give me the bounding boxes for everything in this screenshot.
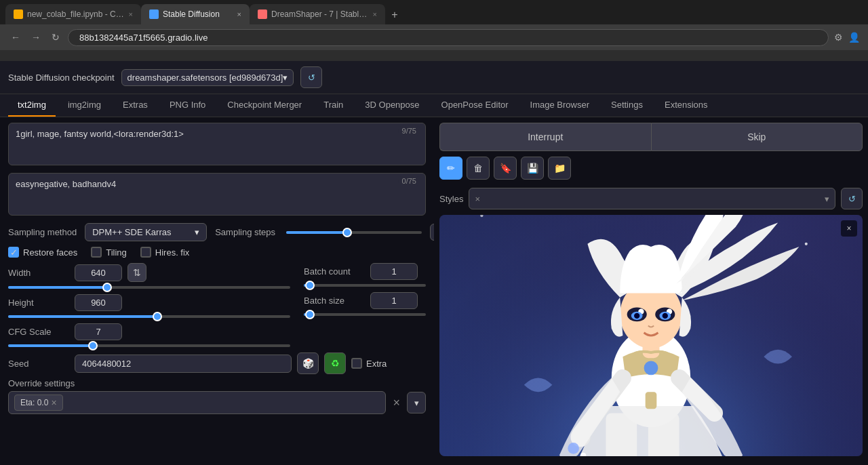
browser-tab-2[interactable]: Stable Diffusion × — [141, 4, 250, 24]
override-tag-remove-button[interactable]: × — [51, 397, 56, 408]
width-input[interactable] — [75, 264, 122, 281]
hires-fix-checkbox[interactable]: Hires. fix — [140, 247, 190, 258]
override-eta-tag: Eta: 0.0 × — [14, 395, 63, 411]
address-bar[interactable]: 88b1382445a71f5665.gradio.live — [68, 29, 829, 46]
svg-point-26 — [568, 443, 579, 454]
styles-clear-icon[interactable]: × — [475, 194, 480, 204]
extensions-icon[interactable]: ⚙ — [834, 32, 843, 43]
address-text: 88b1382445a71f5665.gradio.live — [79, 33, 208, 43]
nav-forward-button[interactable]: → — [28, 29, 43, 45]
nav-back-button[interactable]: ← — [8, 29, 23, 45]
browser-actions: ⚙ 👤 — [834, 32, 860, 43]
tab-txt2img[interactable]: txt2img — [8, 94, 56, 117]
folder-icon: 📁 — [554, 163, 566, 174]
tab-train[interactable]: Train — [314, 94, 353, 117]
nav-reload-button[interactable]: ↻ — [49, 29, 62, 45]
sampling-method-chevron: ▾ — [195, 227, 199, 237]
folder-tool-button[interactable]: 📁 — [548, 157, 571, 180]
bookmark-tool-button[interactable]: 🔖 — [494, 157, 517, 180]
override-input-box[interactable]: Eta: 0.0 × — [8, 391, 386, 414]
positive-prompt-counter: 9/75 — [398, 125, 420, 136]
interrupt-button[interactable]: Interrupt — [439, 123, 651, 151]
generate-buttons: Interrupt Skip — [439, 123, 863, 151]
browser-tab-3[interactable]: DreamShaper - 7 | Stable Diffusio... × — [250, 4, 385, 24]
skip-button[interactable]: Skip — [651, 123, 863, 151]
tab1-close[interactable]: × — [129, 10, 133, 18]
tab-extensions[interactable]: Extensions — [655, 94, 717, 117]
tiling-checkbox-box — [91, 247, 102, 258]
recycle-icon: ♻ — [331, 358, 340, 369]
trash-tool-button[interactable]: 🗑 — [467, 157, 490, 180]
sampling-controls-row: Sampling method DPM++ SDE Karras ▾ Sampl… — [8, 223, 426, 241]
batch-count-input[interactable] — [370, 263, 418, 280]
nav-tabs: txt2img img2img Extras PNG Info Checkpoi… — [0, 94, 868, 117]
sampling-steps-slider[interactable] — [286, 231, 422, 234]
checkpoint-label: Stable Diffusion checkpoint — [8, 73, 115, 83]
batch-count-slider[interactable] — [304, 284, 426, 287]
tab1-label: new_colab_file.ipynb - Colabora... — [27, 9, 125, 19]
seed-dice-button[interactable]: 🎲 — [297, 352, 319, 374]
cfg-scale-input[interactable] — [75, 323, 122, 340]
cfg-slider[interactable] — [8, 344, 290, 347]
batch-size-label: Batch size — [304, 296, 365, 306]
sampling-method-select[interactable]: DPM++ SDE Karras ▾ — [85, 223, 207, 241]
image-close-button[interactable]: × — [841, 220, 857, 237]
svg-point-24 — [663, 313, 668, 319]
height-input[interactable] — [75, 294, 122, 311]
trash-icon: 🗑 — [473, 163, 483, 174]
checkpoint-refresh-button[interactable]: ↺ — [300, 66, 322, 88]
styles-refresh-button[interactable]: ↺ — [841, 188, 863, 209]
tab-checkpoint-merger[interactable]: Checkpoint Merger — [218, 94, 311, 117]
seed-input[interactable] — [75, 355, 292, 373]
width-label: Width — [8, 268, 69, 278]
chevron-down-icon: ▾ — [414, 398, 419, 408]
svg-rect-25 — [646, 392, 657, 409]
width-slider[interactable] — [8, 286, 290, 289]
restore-faces-label: Restore faces — [23, 247, 77, 258]
override-dropdown-button[interactable]: ▾ — [407, 392, 426, 413]
checkpoint-dropdown[interactable]: dreamshaper.safetensors [ed989d673d] ▾ — [121, 69, 294, 86]
override-label: Override settings — [8, 378, 426, 388]
restore-faces-checkbox[interactable]: ✓ Restore faces — [8, 247, 77, 258]
edit-tool-button[interactable]: ✏ — [439, 157, 462, 180]
batch-size-row: Batch size — [304, 292, 426, 309]
tab-settings[interactable]: Settings — [601, 94, 652, 117]
batch-size-slider[interactable] — [304, 313, 426, 316]
params-right: Batch count Batch size — [304, 263, 426, 352]
tab-extras[interactable]: Extras — [113, 94, 157, 117]
save-icon: 💾 — [527, 163, 538, 174]
swap-dimensions-button[interactable]: ⇅ — [127, 263, 146, 282]
tab-img2img[interactable]: img2img — [58, 94, 111, 117]
bookmark-icon: 🔖 — [500, 163, 511, 174]
tab-image-browser[interactable]: Image Browser — [521, 94, 599, 117]
override-clear-button[interactable]: × — [389, 396, 404, 410]
override-eta-value: Eta: 0.0 — [20, 398, 48, 407]
sampling-steps-container: 34 — [283, 224, 434, 241]
tab2-close[interactable]: × — [237, 10, 241, 18]
tab-openpose-editor[interactable]: OpenPose Editor — [432, 94, 518, 117]
batch-size-input[interactable] — [370, 292, 418, 309]
positive-prompt-input[interactable] — [8, 123, 426, 165]
extra-label-text: Extra — [366, 359, 387, 369]
tiling-checkbox[interactable]: Tiling — [91, 247, 127, 258]
new-tab-button[interactable]: + — [385, 5, 404, 24]
browser-chrome: new_colab_file.ipynb - Colabora... × Sta… — [0, 0, 868, 61]
batch-count-label: Batch count — [304, 266, 365, 277]
tab-3d-openpose[interactable]: 3D Openpose — [355, 94, 429, 117]
save-tool-button[interactable]: 💾 — [521, 157, 544, 180]
tab-pnginfo[interactable]: PNG Info — [160, 94, 215, 117]
styles-input[interactable]: × ▾ — [469, 188, 835, 209]
checkpoint-section: Stable Diffusion checkpoint dreamshaper.… — [0, 61, 868, 94]
params-layout: Width ⇅ Height — [8, 263, 426, 352]
svg-point-35 — [805, 243, 808, 245]
browser-tab-1[interactable]: new_colab_file.ipynb - Colabora... × — [5, 4, 141, 24]
tab3-close[interactable]: × — [373, 10, 377, 18]
extra-checkbox[interactable]: Extra — [351, 358, 387, 369]
override-input-row: Eta: 0.0 × × ▾ — [8, 391, 426, 414]
height-slider[interactable] — [8, 315, 290, 318]
tab1-favicon — [14, 9, 23, 19]
negative-prompt-counter: 0/75 — [398, 176, 420, 186]
seed-recycle-button[interactable]: ♻ — [324, 352, 346, 374]
negative-prompt-input[interactable] — [8, 173, 426, 216]
profile-icon[interactable]: 👤 — [848, 32, 860, 43]
